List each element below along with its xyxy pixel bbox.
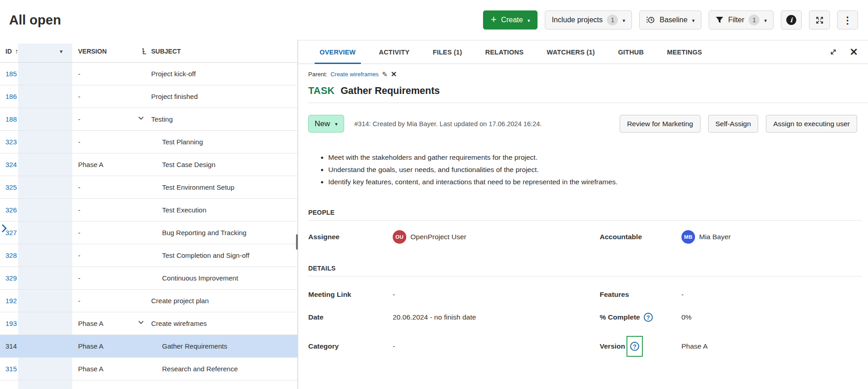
work-package-title[interactable]: Gather Requirements [340,85,440,97]
status-row: New ▾ #314: Created by Mia Bayer. Last u… [308,115,857,133]
create-button-label: Create [501,16,523,24]
tab-activity[interactable]: ACTIVITY [378,40,411,64]
info-button[interactable]: i [781,10,802,30]
tab-overview[interactable]: OVERVIEW [318,40,357,64]
-complete-value[interactable]: 0% [681,313,862,321]
assignee-user-name[interactable]: OpenProject User [410,233,466,241]
baseline-clock-icon [646,15,655,25]
subject-text[interactable]: Bug Reporting and Tracking [162,229,247,236]
more-options-button[interactable]: ⋮ [837,10,858,30]
subject-text[interactable]: Project finished [151,93,198,100]
table-row[interactable]: 329-Continuous Improvement [0,267,297,290]
status-dropdown-button[interactable]: New ▾ [308,115,344,133]
work-package-id-link[interactable]: 188 [0,115,73,123]
table-row[interactable]: 324Phase ATest Case Design [0,153,297,176]
version-cell: Phase A [73,320,141,327]
subject-text[interactable]: Create wireframes [151,320,207,327]
assignee-label: Assignee [308,233,393,241]
help-icon[interactable]: ? [644,313,653,322]
include-projects-button[interactable]: Include projects 1 ▾ [545,10,632,30]
work-package-id-link[interactable]: 192 [0,297,73,305]
sidebar-expand-icon[interactable] [0,223,8,233]
work-package-id-link[interactable]: 185 [0,70,73,78]
work-package-id-link[interactable]: 193 [0,320,73,327]
subject-text[interactable]: Test Completion and Sign-off [162,251,249,259]
table-row[interactable]: 188-Testing [0,108,297,131]
attr-label-text: % Complete [600,313,640,321]
table-row[interactable]: 185-Project kick-off [0,63,297,85]
collapse-chevron-icon[interactable] [138,320,144,325]
version-cell: - [73,251,141,259]
review-for-marketing-button[interactable]: Review for Marketing [620,115,700,133]
parent-link[interactable]: Create wireframes [330,71,379,78]
table-row[interactable]: 323-Test Planning [0,131,297,153]
table-row[interactable]: 326-Test Execution [0,199,297,222]
work-package-id-link[interactable]: 328 [0,251,73,259]
tab-meetings[interactable]: MEETINGS [666,40,703,64]
column-header-subject[interactable]: SUBJECT [141,48,297,55]
baseline-button[interactable]: Baseline ▾ [639,10,701,30]
category-value[interactable]: - [393,342,600,350]
subject-text[interactable]: Gather Requirements [162,342,227,350]
work-package-id-link[interactable]: 326 [0,206,73,214]
work-package-id-link[interactable]: 315 [0,365,73,373]
tab-github[interactable]: GITHUB [616,40,645,64]
work-package-id-link[interactable]: 329 [0,274,73,282]
table-row[interactable]: 192-Create project plan [0,290,297,312]
subject-column-label: SUBJECT [151,48,181,55]
tab-watchers-1[interactable]: WATCHERS (1) [545,40,596,64]
table-row[interactable]: 193Phase ACreate wireframes [0,312,297,335]
panel-close-icon[interactable]: ✕ [850,46,858,58]
work-package-id-link[interactable]: 314 [0,342,73,350]
version-value[interactable]: Phase A [681,342,862,350]
help-icon[interactable]: ? [630,342,639,351]
subject-text[interactable]: Test Planning [162,138,203,146]
version-cell: - [73,115,141,123]
details-row: Meeting Link-Features- [308,291,862,299]
table-row[interactable]: 328-Test Completion and Sign-off [0,244,297,267]
tab-relations[interactable]: RELATIONS [484,40,525,64]
edit-pencil-icon[interactable]: ✎ [382,70,388,79]
work-package-id-link[interactable]: 325 [0,183,73,191]
table-row[interactable]: 327-Bug Reporting and Tracking [0,222,297,244]
accountable-value[interactable]: MBMia Bayer [681,230,862,244]
subject-text[interactable]: Test Execution [162,206,207,214]
filter-button[interactable]: Filter 1 ▾ [709,10,774,30]
fullscreen-button[interactable] [809,10,830,30]
table-row[interactable]: 314Phase AGather Requirements [0,335,297,358]
subject-text[interactable]: Project kick-off [151,70,196,78]
subject-text[interactable]: Test Case Design [162,161,216,168]
subject-text[interactable]: Research and Reference [162,365,238,373]
panel-expand-icon[interactable] [829,48,837,56]
assignee-value[interactable]: OUOpenProject User [393,230,600,244]
create-button[interactable]: + Create ▾ [483,10,538,30]
meeting-link-value[interactable]: - [393,291,600,299]
work-package-id-link[interactable]: 323 [0,138,73,146]
remove-parent-icon[interactable]: ✕ [391,70,397,79]
work-package-id-link[interactable]: 324 [0,161,73,168]
date-value[interactable]: 20.06.2024 - no finish date [393,313,600,321]
work-package-id-link[interactable]: 186 [0,93,73,100]
split-resize-handle[interactable] [296,234,298,250]
details-row: Category-Version?Phase A [308,336,862,357]
table-row[interactable]: 186-Project finished [0,85,297,108]
table-row[interactable]: 325-Test Environment Setup [0,176,297,199]
features-value[interactable]: - [681,291,862,299]
subject-text[interactable]: Test Environment Setup [162,183,234,191]
accountable-user-name[interactable]: Mia Bayer [699,233,731,241]
self-assign-button[interactable]: Self-Assign [708,115,758,133]
assign-to-executing-user-button[interactable]: Assign to executing user [766,115,857,133]
hierarchy-icon[interactable] [141,48,148,55]
collapse-chevron-icon[interactable] [138,116,144,120]
chevron-down-icon[interactable]: ▾ [60,49,63,54]
tab-files-1[interactable]: FILES (1) [431,40,464,64]
-complete-label: % Complete? [600,313,681,322]
column-header-version[interactable]: VERSION [73,48,141,55]
column-header-id[interactable]: ID ↑ ▾ [0,47,73,55]
subject-text[interactable]: Testing [151,115,173,123]
subject-text[interactable]: Create project plan [151,297,209,305]
work-package-type-badge[interactable]: TASK [308,85,335,97]
table-row[interactable]: 315Phase AResearch and Reference [0,358,297,380]
subject-text[interactable]: Continuous Improvement [162,274,238,282]
work-package-id-link[interactable]: 327 [0,229,73,236]
